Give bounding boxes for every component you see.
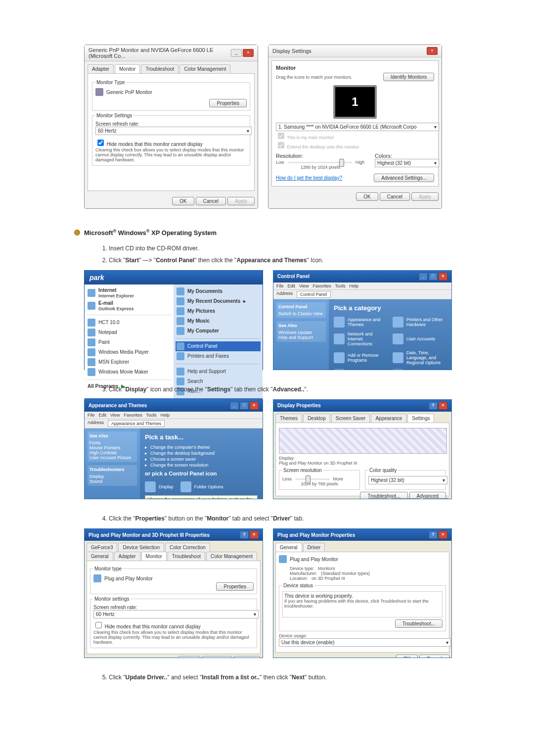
tab-adapter[interactable]: Adapter: [88, 64, 114, 73]
ok-button[interactable]: OK: [367, 498, 389, 499]
cancel-button[interactable]: Cancel: [391, 498, 421, 499]
category-item[interactable]: Appearance and Themes: [334, 317, 388, 328]
sidebar-link[interactable]: Windows Update: [278, 330, 324, 335]
cp-icon-folder[interactable]: Folder Options: [180, 481, 223, 492]
start-item[interactable]: Notepad: [87, 328, 172, 337]
colors-select[interactable]: Highest (32 bit)▾: [375, 159, 439, 167]
ok-button[interactable]: OK: [172, 197, 194, 205]
tab-geforce3[interactable]: GeForce3: [87, 543, 117, 552]
start-item-control-panel[interactable]: Control Panel: [176, 341, 261, 351]
cancel-button[interactable]: Cancel: [202, 656, 232, 658]
help-icon[interactable]: ?: [429, 402, 438, 410]
properties-button[interactable]: Properties: [216, 582, 254, 591]
ok-button[interactable]: OK: [178, 656, 200, 658]
start-item[interactable]: Help and Support: [176, 367, 261, 377]
tab-color-management[interactable]: Color Management: [179, 64, 230, 73]
category-item[interactable]: Sounds, Speech, and Audio Devices: [334, 369, 388, 370]
tab-monitor[interactable]: Monitor: [141, 552, 167, 561]
start-item[interactable]: Paint: [87, 337, 172, 347]
advanced-settings-button[interactable]: Advanced Settings...: [374, 174, 434, 182]
category-item[interactable]: Date, Time, Language, and Regional Optio…: [393, 350, 446, 365]
close-button[interactable]: ×: [427, 47, 438, 55]
apply-button[interactable]: Apply: [227, 197, 255, 205]
start-item-email[interactable]: E-mailOutlook Express: [87, 299, 172, 312]
tab-adapter[interactable]: Adapter: [114, 552, 140, 561]
sidebar-link[interactable]: Help and Support: [278, 335, 324, 340]
tab-appearance[interactable]: Appearance: [371, 414, 406, 423]
tab-device-selection[interactable]: Device Selection: [118, 543, 164, 552]
close-button[interactable]: ×: [243, 49, 254, 57]
start-item[interactable]: My Pictures: [176, 306, 261, 316]
hide-modes-checkbox[interactable]: Hide modes that this monitor cannot disp…: [95, 142, 203, 147]
menu-bar[interactable]: FileEditViewFavoritesToolsHelp: [85, 412, 263, 419]
task-link[interactable]: ▸ Choose a screen saver: [145, 457, 258, 462]
ok-button[interactable]: OK: [396, 655, 418, 658]
address-bar[interactable]: Address Control Panel: [273, 290, 451, 299]
minimize-icon[interactable]: _: [419, 273, 428, 281]
apply-button[interactable]: Apply: [422, 498, 449, 499]
tab-color-mgmt[interactable]: Color Management: [206, 552, 257, 561]
best-display-link[interactable]: How do I get the best display?: [276, 175, 342, 181]
tab-driver[interactable]: Driver: [303, 543, 325, 552]
resolution-slider[interactable]: [288, 162, 352, 163]
cancel-button[interactable]: Cancel: [419, 655, 449, 658]
troubleshoot-button[interactable]: Troubleshoot...: [395, 619, 443, 628]
resolution-slider[interactable]: [295, 478, 330, 480]
tab-desktop[interactable]: Desktop: [303, 414, 330, 423]
color-quality-select[interactable]: Highest (32 bit)▾: [368, 476, 447, 484]
tab-troubleshoot[interactable]: Troubleshoot: [168, 552, 205, 561]
identify-monitors-button[interactable]: Identify Monitors: [383, 73, 434, 81]
start-item[interactable]: My Recent Documents ▸: [176, 296, 261, 306]
refresh-rate-select[interactable]: 60 Hertz▾: [95, 127, 252, 135]
category-item[interactable]: Network and Internet Connections: [334, 331, 388, 346]
help-icon[interactable]: ?: [240, 531, 249, 539]
tab-screensaver[interactable]: Screen Saver: [331, 414, 370, 423]
start-item[interactable]: MSN Explorer: [87, 357, 172, 367]
task-link[interactable]: ▸ Change the screen resolution: [145, 463, 258, 468]
maximize-icon[interactable]: □: [429, 273, 438, 281]
close-icon[interactable]: ×: [439, 531, 447, 539]
close-icon[interactable]: ×: [439, 402, 447, 410]
minimize-button[interactable]: _: [231, 49, 242, 57]
category-item[interactable]: User Accounts: [393, 331, 446, 346]
cancel-button[interactable]: Cancel: [196, 197, 226, 205]
hide-modes-checkbox[interactable]: Hide modes that this monitor cannot disp…: [93, 620, 254, 630]
start-item[interactable]: Windows Movie Maker: [87, 367, 172, 377]
monitor-preview-icon[interactable]: 1: [333, 85, 377, 119]
tab-settings[interactable]: Settings: [407, 414, 434, 423]
sidebar-link[interactable]: Switch to Classic View: [278, 311, 324, 316]
help-icon[interactable]: ?: [429, 531, 438, 539]
device-usage-select[interactable]: Use this device (enable)▾: [279, 638, 451, 647]
ok-button[interactable]: OK: [356, 192, 378, 201]
address-bar[interactable]: Address Appearance and Themes: [85, 419, 263, 428]
close-icon[interactable]: ×: [439, 273, 447, 281]
control-panel-screenshot: Control Panel _□× FileEditViewFavoritesT…: [273, 270, 452, 370]
task-link[interactable]: ▸ Change the desktop background: [145, 451, 258, 456]
tab-monitor[interactable]: Monitor: [115, 64, 140, 73]
cp-icon-display[interactable]: Display: [145, 481, 174, 492]
close-icon[interactable]: ×: [250, 531, 259, 539]
category-item[interactable]: Add or Remove Programs: [334, 350, 388, 365]
start-item[interactable]: HCT 10.0: [87, 318, 172, 328]
apply-button[interactable]: Apply: [233, 656, 261, 658]
refresh-select[interactable]: 60 Hertz▾: [93, 610, 259, 618]
tab-general[interactable]: General: [87, 552, 113, 561]
tab-general[interactable]: General: [275, 543, 302, 552]
menu-bar[interactable]: FileEditViewFavoritesToolsHelp: [273, 283, 451, 290]
start-item[interactable]: My Documents: [176, 286, 261, 296]
start-item[interactable]: My Music: [176, 316, 261, 326]
properties-button[interactable]: Properties: [209, 99, 247, 107]
start-item[interactable]: My Computer: [176, 326, 261, 336]
display-select[interactable]: 1. Samsung **** on NVIDIA GeForce 6600 L…: [276, 123, 439, 131]
start-item-internet[interactable]: InternetInternet Explorer: [87, 286, 172, 299]
category-item[interactable]: Printers and Other Hardware: [393, 317, 446, 328]
apply-button[interactable]: Apply: [411, 192, 439, 201]
tab-themes[interactable]: Themes: [275, 414, 302, 423]
start-item[interactable]: Printers and Faxes: [176, 351, 261, 361]
cancel-button[interactable]: Cancel: [380, 192, 410, 201]
tab-color-correction[interactable]: Color Correction: [165, 543, 210, 552]
category-item[interactable]: Accessibility Options: [393, 369, 446, 370]
start-item[interactable]: Windows Media Player: [87, 347, 172, 357]
task-link[interactable]: ▸ Change the computer's theme: [145, 445, 258, 450]
tab-troubleshoot[interactable]: Troubleshoot: [141, 64, 178, 73]
